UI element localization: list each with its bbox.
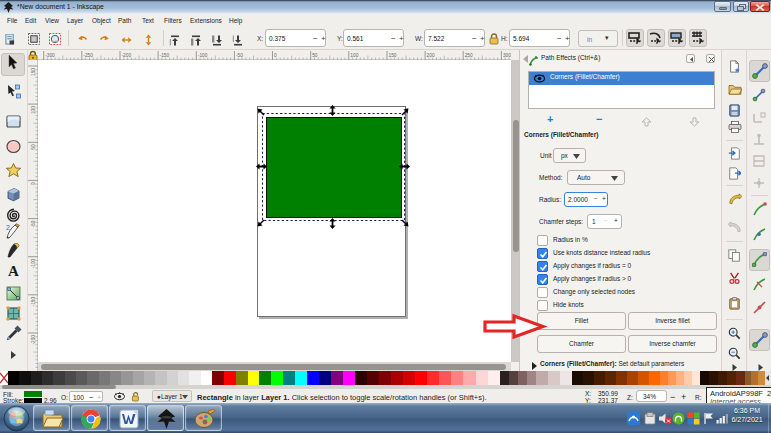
svg-text:50: 50 [31, 144, 36, 150]
svg-text:-300: -300 [45, 53, 55, 58]
svg-text:-250: -250 [83, 53, 93, 58]
svg-text:300: 300 [503, 53, 511, 58]
svg-text:-100: -100 [31, 258, 36, 268]
svg-text:250: 250 [465, 53, 473, 58]
svg-text:0: 0 [274, 53, 277, 58]
svg-text:-150: -150 [31, 296, 36, 306]
svg-text:2: 2 [6, 224, 10, 231]
svg-text:200: 200 [427, 53, 435, 58]
svg-text:50: 50 [312, 53, 318, 58]
svg-text:-100: -100 [198, 53, 208, 58]
svg-text:150: 150 [389, 53, 397, 58]
svg-text:-150: -150 [160, 53, 170, 58]
svg-text:A: A [8, 263, 19, 279]
svg-text:-200: -200 [122, 53, 132, 58]
svg-text:150: 150 [31, 68, 36, 76]
svg-text:100: 100 [350, 53, 358, 58]
svg-text:-50: -50 [236, 53, 243, 58]
svg-text:-50: -50 [31, 220, 36, 227]
svg-text:-200: -200 [31, 335, 36, 345]
svg-text:100: 100 [31, 106, 36, 114]
svg-text:0: 0 [31, 182, 36, 185]
